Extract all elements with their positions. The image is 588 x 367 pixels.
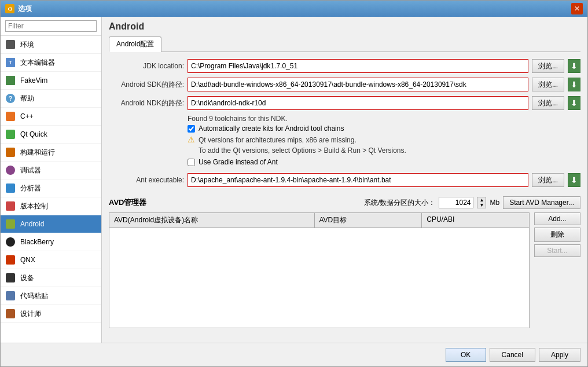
ant-download-button[interactable]: ⬇ — [568, 173, 580, 187]
start-avd-manager-button[interactable]: Start AVD Manager... — [503, 196, 580, 209]
sdk-download-button[interactable]: ⬇ — [568, 78, 580, 91]
blackberry-icon — [5, 237, 16, 247]
sidebar-item-text-editor[interactable]: T 文本编辑器 — [1, 54, 101, 72]
warning-row: ⚠ Qt versions for architectures mips, x8… — [188, 135, 580, 156]
sidebar-item-blackberry[interactable]: BlackBerry — [1, 233, 101, 251]
cancel-button[interactable]: Cancel — [490, 348, 535, 362]
sidebar-item-qt-quick[interactable]: Qt Quick — [1, 126, 101, 144]
debug-icon — [5, 165, 16, 175]
sidebar-label-text-editor: 文本编辑器 — [20, 58, 55, 68]
ok-button[interactable]: OK — [446, 348, 486, 362]
apply-button[interactable]: Apply — [539, 348, 580, 362]
sidebar-item-fakevim[interactable]: FakeVim — [1, 72, 101, 90]
avd-header: AVD管理器 系统/数据分区的大小： ▲ ▼ Mb Start AVD Mana… — [109, 196, 580, 209]
ndk-browse-button[interactable]: 浏览... — [532, 96, 564, 110]
tab-android-config[interactable]: Android配置 — [109, 36, 161, 52]
avd-col-header-name: AVD(Android虚拟设备)名称 — [109, 213, 315, 227]
device-icon — [5, 273, 16, 283]
avd-buttons: Add... 删除 Start... — [534, 212, 580, 328]
filter-box — [1, 17, 101, 36]
sidebar-item-debug[interactable]: 调试器 — [1, 162, 101, 179]
sdk-row: Android SDK的路径: 浏览... ⬇ — [109, 78, 580, 91]
ndk-row: Android NDK的路径: 浏览... ⬇ — [109, 96, 580, 110]
jdk-download-button[interactable]: ⬇ — [568, 59, 580, 73]
designer-icon — [5, 309, 16, 319]
warning-icon: ⚠ — [188, 135, 195, 144]
ant-label: Ant executable: — [109, 176, 184, 184]
sidebar-label-debug: 调试器 — [20, 166, 41, 175]
text-editor-icon: T — [5, 57, 16, 68]
sidebar-item-analyzer[interactable]: 分析器 — [1, 179, 101, 197]
jdk-label: JDK location: — [109, 62, 184, 70]
panel-title: Android — [109, 21, 580, 32]
sidebar-label-build-run: 构建和运行 — [20, 148, 55, 157]
warning-line2: To add the Qt versions, select Options >… — [199, 145, 406, 156]
avd-col-header-cpu: CPU/ABI — [422, 213, 529, 227]
avd-size-row: 系统/数据分区的大小： ▲ ▼ Mb Start AVD Manager... — [364, 196, 580, 209]
sidebar-item-designer[interactable]: 设计师 — [1, 305, 101, 323]
sdk-browse-button[interactable]: 浏览... — [532, 78, 564, 91]
warning-text: Qt versions for architectures mips, x86 … — [199, 135, 406, 156]
sidebar-item-help[interactable]: ? 帮助 — [1, 90, 101, 108]
sidebar-label-device: 设备 — [20, 273, 34, 283]
avd-delete-button[interactable]: 删除 — [534, 227, 580, 242]
qt-quick-icon — [5, 129, 16, 140]
cpp-icon — [5, 111, 16, 122]
avd-col-header-target: AVD目标 — [315, 213, 422, 227]
avd-table-container: AVD(Android虚拟设备)名称 AVD目标 CPU/ABI Add... … — [109, 212, 580, 328]
avd-start-button[interactable]: Start... — [534, 244, 580, 257]
sdk-input[interactable] — [188, 78, 528, 91]
avd-size-down[interactable]: ▼ — [477, 203, 486, 208]
avd-title: AVD管理器 — [109, 197, 146, 208]
sidebar-label-android: Android — [20, 220, 44, 228]
title-bar: ⚙ 选项 ✕ — [1, 1, 587, 17]
sidebar-label-analyzer: 分析器 — [20, 183, 41, 193]
sidebar-item-android[interactable]: Android — [1, 215, 101, 233]
window-title: 选项 — [18, 4, 32, 14]
ndk-input[interactable] — [188, 96, 528, 110]
jdk-input[interactable] — [188, 59, 528, 73]
sidebar-item-build-run[interactable]: 构建和运行 — [1, 144, 101, 162]
avd-table-header: AVD(Android虚拟设备)名称 AVD目标 CPU/ABI — [109, 213, 529, 228]
use-gradle-label: Use Gradle instead of Ant — [199, 158, 278, 166]
avd-section: AVD管理器 系统/数据分区的大小： ▲ ▼ Mb Start AVD Mana… — [109, 196, 580, 328]
sidebar-label-cpp: C++ — [20, 112, 34, 120]
ant-row: Ant executable: 浏览... ⬇ — [109, 173, 580, 187]
use-gradle-checkbox[interactable] — [188, 159, 195, 166]
version-icon — [5, 201, 16, 211]
sidebar-item-codepaste[interactable]: 代码粘贴 — [1, 287, 101, 305]
sidebar-label-qnx: QNX — [20, 256, 35, 264]
footer: OK Cancel Apply — [1, 343, 587, 366]
sidebar-item-qnx[interactable]: QNX — [1, 251, 101, 269]
env-icon — [5, 39, 16, 50]
jdk-browse-button[interactable]: 浏览... — [532, 59, 564, 73]
window-icon: ⚙ — [5, 4, 14, 13]
sidebar-item-cpp[interactable]: C++ — [1, 108, 101, 126]
sidebar-label-designer: 设计师 — [20, 309, 41, 319]
auto-create-checkbox[interactable] — [188, 125, 195, 133]
sidebar-label-version: 版本控制 — [20, 201, 48, 211]
warning-line1: Qt versions for architectures mips, x86 … — [199, 135, 406, 145]
avd-size-up[interactable]: ▲ — [477, 197, 486, 203]
title-bar-left: ⚙ 选项 — [5, 4, 32, 14]
sidebar-item-env[interactable]: 环境 — [1, 36, 101, 54]
ant-browse-button[interactable]: 浏览... — [532, 173, 564, 187]
avd-size-input[interactable] — [439, 197, 473, 208]
avd-table: AVD(Android虚拟设备)名称 AVD目标 CPU/ABI — [109, 212, 530, 328]
avd-add-button[interactable]: Add... — [534, 212, 580, 225]
filter-input[interactable] — [5, 20, 97, 32]
ant-input[interactable] — [188, 173, 528, 187]
build-run-icon — [5, 147, 16, 157]
options-dialog: ⚙ 选项 ✕ 环境 T 文本编辑器 FakeVim — [0, 0, 588, 367]
avd-size-unit: Mb — [490, 199, 499, 207]
ndk-label: Android NDK的路径: — [109, 98, 184, 108]
close-button[interactable]: ✕ — [571, 3, 583, 14]
sidebar-items: 环境 T 文本编辑器 FakeVim ? 帮助 C++ — [1, 36, 101, 343]
sidebar-label-help: 帮助 — [20, 94, 34, 104]
use-gradle-row: Use Gradle instead of Ant — [188, 158, 580, 166]
sidebar-item-version[interactable]: 版本控制 — [1, 197, 101, 215]
fakevim-icon — [5, 75, 16, 86]
ndk-download-button[interactable]: ⬇ — [568, 96, 580, 110]
qnx-icon — [5, 255, 16, 265]
sidebar-item-device[interactable]: 设备 — [1, 269, 101, 287]
